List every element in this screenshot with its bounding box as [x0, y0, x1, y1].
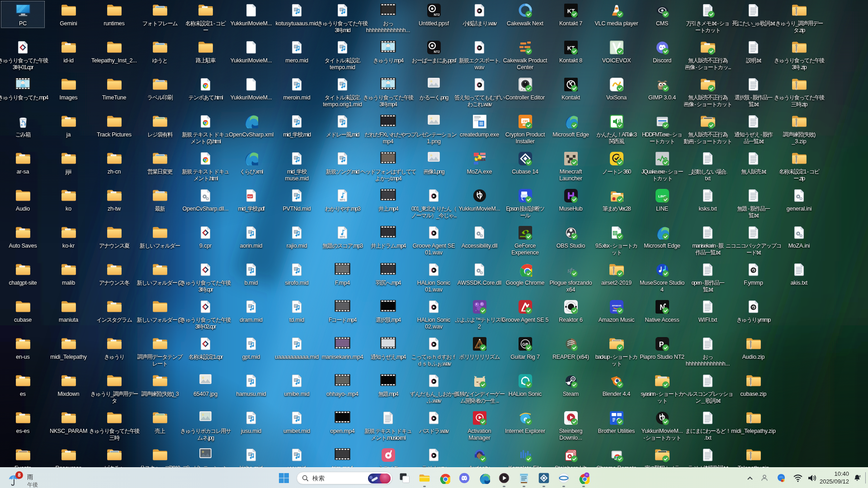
svg-text:NT2: NT2	[434, 13, 439, 16]
svg-text:NT2: NT2	[434, 50, 439, 53]
svg-text:MoZA: MoZA	[477, 158, 485, 161]
svg-text:PDF: PDF	[248, 195, 253, 198]
svg-text:amazon: amazon	[612, 304, 621, 307]
svg-text:z: z	[859, 474, 861, 478]
